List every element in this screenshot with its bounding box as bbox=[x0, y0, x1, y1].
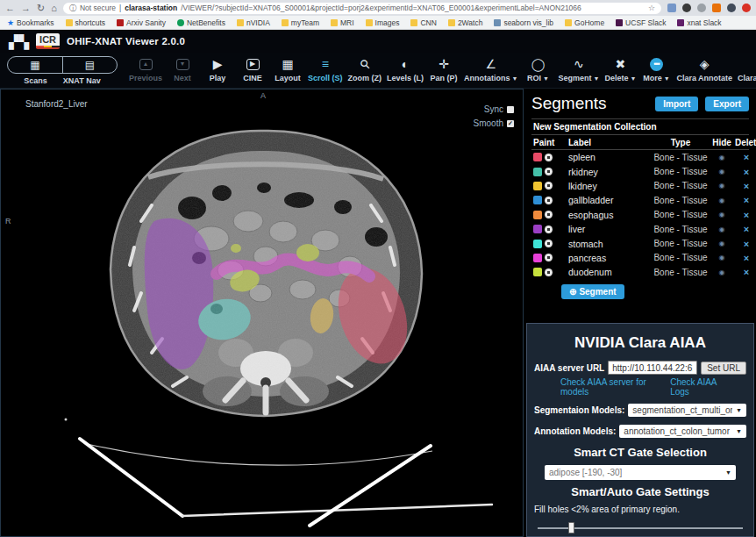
toolbar-button[interactable]: ••• More ▼ bbox=[641, 56, 671, 82]
toolbar-button[interactable]: ◯ ROI ▼ bbox=[524, 56, 553, 82]
scans-button[interactable]: ▦ bbox=[8, 57, 62, 73]
toolbar-button-label: Previous bbox=[129, 74, 162, 82]
extension-icon[interactable] bbox=[697, 4, 706, 12]
toolbar-button[interactable]: ⚲ Zoom (Z) bbox=[348, 56, 382, 82]
paint-brush-icon[interactable] bbox=[545, 154, 553, 161]
forward-icon[interactable]: → bbox=[21, 4, 31, 13]
bookmark-item[interactable]: NetBenefits bbox=[177, 18, 225, 27]
toolbar-button[interactable]: ∠ Annotations ▼ bbox=[464, 56, 517, 82]
segment-row[interactable]: rkidney Bone - Tissue ◉ × bbox=[531, 164, 749, 178]
delete-segment-icon[interactable]: × bbox=[735, 152, 756, 162]
set-url-button[interactable]: Set URL bbox=[701, 362, 746, 375]
extension-icon[interactable] bbox=[682, 4, 691, 12]
hide-eye-icon[interactable]: ◉ bbox=[710, 226, 733, 233]
delete-segment-icon[interactable]: × bbox=[735, 210, 756, 220]
segment-row[interactable]: lkidney Bone - Tissue ◉ × bbox=[531, 179, 749, 193]
hide-eye-icon[interactable]: ◉ bbox=[710, 182, 733, 190]
sync-checkbox[interactable] bbox=[507, 106, 514, 113]
segment-type: Bone - Tissue bbox=[653, 239, 709, 248]
aiaa-server-url-input[interactable] bbox=[608, 361, 697, 375]
check-logs-link[interactable]: Check AIAA Logs bbox=[670, 377, 734, 397]
paint-brush-icon[interactable] bbox=[545, 254, 553, 261]
paint-brush-icon[interactable] bbox=[545, 226, 553, 233]
bookmark-item[interactable]: 2Watch bbox=[448, 18, 483, 27]
paint-brush-icon[interactable] bbox=[545, 211, 553, 218]
segment-row[interactable]: gallbladder Bone - Tissue ◉ × bbox=[531, 193, 749, 207]
ct-viewport[interactable]: Stanford2_Liver A R Sync Smooth ✓ bbox=[0, 89, 524, 537]
paint-brush-icon[interactable] bbox=[545, 182, 553, 190]
segment-row[interactable]: stomach Bone - Tissue ◉ × bbox=[531, 236, 749, 250]
toolbar-button[interactable]: ≡ Scroll (S) bbox=[308, 56, 343, 82]
toolbar-button[interactable]: ▦ Layout bbox=[273, 56, 303, 82]
profile-avatar[interactable] bbox=[727, 4, 736, 12]
hide-eye-icon[interactable]: ◉ bbox=[710, 240, 733, 247]
delete-segment-icon[interactable]: × bbox=[735, 239, 756, 249]
chrome-update-icon[interactable] bbox=[742, 4, 751, 12]
hide-eye-icon[interactable]: ◉ bbox=[710, 211, 733, 218]
delete-segment-icon[interactable]: × bbox=[735, 195, 756, 205]
toolbar-button[interactable]: ✛ Pan (P) bbox=[429, 56, 459, 82]
add-segment-button[interactable]: ⊕Segment bbox=[561, 284, 624, 299]
toolbar-button[interactable]: ▾ Next bbox=[168, 56, 197, 82]
toolbar-button[interactable]: ◈ Clara Annotate bbox=[676, 56, 732, 82]
segmentation-model-select[interactable]: segmentation_ct_multi_organ ▼ bbox=[628, 404, 746, 417]
reload-icon[interactable]: ↻ bbox=[37, 4, 45, 13]
bookmark-item[interactable]: seaborn vis_lib bbox=[494, 18, 553, 27]
bookmark-label: seaborn vis_lib bbox=[503, 18, 553, 27]
delete-segment-icon[interactable]: × bbox=[735, 181, 756, 191]
slider-thumb[interactable] bbox=[568, 522, 574, 533]
delete-segment-icon[interactable]: × bbox=[735, 267, 756, 277]
bookmark-item[interactable]: myTeam bbox=[282, 18, 319, 27]
paint-brush-icon[interactable] bbox=[545, 240, 553, 247]
bookmark-item[interactable]: shortcuts bbox=[66, 18, 106, 27]
fill-holes-slider[interactable] bbox=[538, 522, 743, 533]
extension-icon[interactable] bbox=[712, 4, 721, 12]
info-icon[interactable]: ⓘ bbox=[69, 4, 76, 13]
import-button[interactable]: Import bbox=[655, 97, 698, 111]
bookmark-item[interactable]: Arxiv Sanity bbox=[117, 18, 166, 27]
url-field[interactable]: ⓘ Not secure | clarasa-station/VIEWER/?s… bbox=[63, 3, 661, 14]
toolbar-button[interactable]: ▴ Previous bbox=[129, 56, 162, 82]
hide-eye-icon[interactable]: ◉ bbox=[710, 254, 733, 261]
bookmark-item[interactable]: CNN bbox=[410, 18, 436, 27]
extension-icon[interactable] bbox=[667, 4, 676, 12]
check-models-link[interactable]: Check AIAA server for models bbox=[560, 377, 670, 397]
smooth-checkbox[interactable]: ✓ bbox=[507, 120, 514, 127]
bookmark-star-icon[interactable]: ☆ bbox=[648, 4, 655, 12]
toolbar-button[interactable]: ▶ Play bbox=[203, 56, 232, 82]
delete-segment-icon[interactable]: × bbox=[735, 253, 756, 263]
segment-row[interactable]: pancreas Bone - Tissue ◉ × bbox=[531, 251, 749, 265]
paint-brush-icon[interactable] bbox=[545, 197, 553, 204]
annotation-model-select[interactable]: annotation_ct_colon_tumor ▼ bbox=[619, 425, 746, 438]
export-button[interactable]: Export bbox=[705, 97, 749, 111]
bookmark-item[interactable]: xnat Slack bbox=[677, 18, 721, 27]
xnat-nav-button[interactable]: ▤ bbox=[62, 57, 117, 73]
toolbar-button[interactable]: ◐ Levels (L) bbox=[387, 56, 424, 82]
bookmark-item[interactable]: ★ Bookmarks bbox=[7, 18, 54, 27]
gate-select[interactable]: adipose [-190, -30] ▼ bbox=[545, 465, 736, 480]
hide-eye-icon[interactable]: ◉ bbox=[710, 154, 733, 161]
toolbar-button[interactable]: ∿ Segment ▼ bbox=[559, 56, 600, 82]
home-icon[interactable]: ⌂ bbox=[51, 4, 57, 13]
toolbar-button[interactable]: ✖ Delete ▼ bbox=[604, 56, 636, 82]
back-icon[interactable]: ← bbox=[5, 4, 15, 13]
delete-segment-icon[interactable]: × bbox=[735, 224, 756, 234]
segment-row[interactable]: spleen Bone - Tissue ◉ × bbox=[531, 150, 749, 164]
segment-row[interactable]: duodenum Bone - Tissue ◉ × bbox=[531, 265, 749, 279]
hide-eye-icon[interactable]: ◉ bbox=[710, 197, 733, 204]
bookmark-item[interactable]: Images bbox=[366, 18, 400, 27]
bookmark-item[interactable]: nVIDIA bbox=[237, 18, 270, 27]
paint-brush-icon[interactable] bbox=[545, 268, 553, 276]
bookmark-label: Images bbox=[375, 18, 400, 27]
bookmark-item[interactable]: GoHome bbox=[565, 18, 604, 27]
toolbar-button[interactable]: ◈ Clara Segment bbox=[738, 56, 756, 82]
paint-brush-icon[interactable] bbox=[545, 168, 553, 175]
hide-eye-icon[interactable]: ◉ bbox=[710, 268, 733, 276]
segment-row[interactable]: esophagus Bone - Tissue ◉ × bbox=[531, 208, 749, 222]
delete-segment-icon[interactable]: × bbox=[735, 167, 756, 177]
hide-eye-icon[interactable]: ◉ bbox=[710, 168, 733, 175]
bookmark-item[interactable]: MRI bbox=[331, 18, 354, 27]
segment-row[interactable]: liver Bone - Tissue ◉ × bbox=[531, 222, 749, 236]
bookmark-item[interactable]: UCSF Slack bbox=[616, 18, 666, 27]
toolbar-button[interactable]: ▶ CINE bbox=[238, 56, 267, 82]
